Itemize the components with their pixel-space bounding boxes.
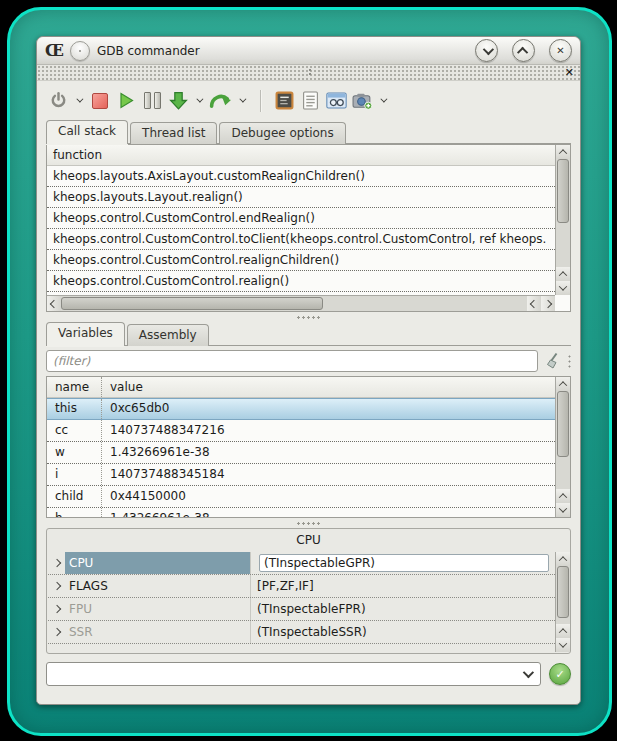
callstack-horizontal-scrollbar[interactable]	[47, 295, 555, 311]
tab-assembly[interactable]: Assembly	[127, 324, 209, 346]
tab-debugee-options[interactable]: Debugee options	[219, 122, 345, 144]
scroll-down-button[interactable]	[556, 638, 570, 652]
variable-row-this[interactable]: this 0xc65db0	[47, 398, 555, 420]
variable-row-h[interactable]: h 1.43266961e-38	[47, 508, 555, 517]
combo-dropdown-button[interactable]	[514, 670, 540, 678]
restore-button[interactable]	[512, 39, 535, 62]
scroll-up-button[interactable]	[556, 145, 570, 159]
variable-row-i[interactable]: i 140737488345184	[47, 464, 555, 486]
variable-row-w[interactable]: w 1.43266961e-38	[47, 442, 555, 464]
cpu-view-button[interactable]	[273, 88, 295, 114]
pause-button[interactable]	[141, 88, 163, 114]
command-list-button[interactable]	[299, 88, 321, 114]
command-list-icon	[302, 91, 319, 110]
panel-splitter[interactable]	[37, 312, 580, 322]
scroll-up-button[interactable]	[556, 267, 570, 281]
callstack-column-header[interactable]: function	[47, 145, 555, 166]
step-into-button[interactable]	[167, 88, 189, 114]
callstack-list: kheops.layouts.AxisLayout.customRealignC…	[47, 166, 555, 295]
callstack-vertical-scrollbar[interactable]	[555, 145, 570, 295]
scrollbar-thumb[interactable]	[61, 297, 323, 310]
cpu-value-editor[interactable]: (TInspectableGPR)	[259, 554, 549, 572]
scroll-down-button[interactable]	[556, 503, 570, 517]
variables-vertical-scrollbar[interactable]	[555, 377, 570, 517]
variable-row-child[interactable]: child 0x44150000	[47, 486, 555, 508]
chevron-down-icon	[380, 96, 387, 103]
tab-call-stack[interactable]: Call stack	[46, 120, 128, 144]
chevron-down-icon	[482, 43, 493, 54]
command-row: ✓	[46, 662, 571, 686]
filter-row	[46, 350, 571, 372]
tab-variables[interactable]: Variables	[46, 322, 125, 346]
toolbar-separator	[260, 90, 261, 112]
power-button[interactable]	[47, 88, 69, 114]
scrollbar-thumb[interactable]	[557, 566, 569, 618]
shade-button[interactable]	[475, 39, 498, 62]
scroll-right-button[interactable]	[541, 296, 555, 311]
cpu-row-cpu[interactable]: CPU (TInspectableGPR)	[48, 552, 555, 575]
step-over-icon	[209, 92, 232, 109]
scroll-left-button[interactable]	[527, 296, 541, 311]
window-menu-button[interactable]	[70, 41, 90, 61]
cpu-groupbox: CPU CPU (TInspectableGPR) FLAGS [PF,ZF,I…	[46, 528, 571, 654]
clear-filter-broom-icon[interactable]	[544, 352, 562, 370]
pause-icon	[144, 92, 161, 109]
tab-thread-list[interactable]: Thread list	[130, 122, 217, 144]
scroll-up-button[interactable]	[556, 552, 570, 566]
scroll-left-button[interactable]	[47, 296, 61, 311]
scrollbar-thumb[interactable]	[557, 159, 569, 223]
snapshot-add-button[interactable]	[351, 88, 373, 114]
expand-chevron-icon[interactable]	[48, 606, 65, 612]
close-button[interactable]: ✕	[549, 39, 572, 62]
debug-toolbar	[37, 81, 580, 120]
cpu-row-fpu[interactable]: FPU (TInspectableFPR)	[48, 598, 555, 621]
callstack-panel: function kheops.layouts.AxisLayout.custo…	[46, 144, 571, 312]
watch-window-button[interactable]	[325, 88, 347, 114]
scroll-up-button[interactable]	[556, 377, 570, 391]
scroll-up-button[interactable]	[556, 489, 570, 503]
dock-drag-handle[interactable]	[309, 68, 311, 77]
cpu-view-icon	[275, 91, 294, 110]
panel-splitter[interactable]	[37, 518, 580, 528]
expand-chevron-icon[interactable]	[48, 560, 65, 566]
scroll-up-button[interactable]	[556, 624, 570, 638]
gdb-command-input[interactable]	[47, 664, 514, 684]
callstack-row[interactable]: kheops.layouts.AxisLayout.customRealignC…	[47, 166, 555, 187]
callstack-row[interactable]: kheops.control.CustomControl.toClient(kh…	[47, 229, 555, 250]
variable-row-cc[interactable]: cc 140737488347216	[47, 420, 555, 442]
callstack-row[interactable]: kheops.control.CustomControl.endRealign(…	[47, 208, 555, 229]
filter-input[interactable]	[46, 350, 538, 372]
chevron-down-icon	[76, 96, 83, 103]
column-header-value[interactable]: value	[102, 377, 555, 397]
expand-chevron-icon[interactable]	[48, 629, 65, 635]
callstack-row[interactable]: kheops.control.CustomControl.realignChil…	[47, 250, 555, 271]
cpu-vertical-scrollbar[interactable]	[555, 552, 570, 652]
step-into-icon	[168, 91, 189, 110]
step-over-button[interactable]	[209, 88, 232, 114]
cpu-row-ssr[interactable]: SSR (TInspectableSSR)	[48, 621, 555, 644]
callstack-row[interactable]: kheops.layouts.Layout.realign()	[47, 187, 555, 208]
expand-chevron-icon[interactable]	[48, 583, 65, 589]
callstack-row[interactable]: kheops.control.CustomControl.realign()	[47, 271, 555, 292]
power-dropdown[interactable]	[71, 88, 85, 114]
cpu-register-tree: CPU (TInspectableGPR) FLAGS [PF,ZF,IF] F…	[48, 552, 555, 652]
run-button[interactable]	[115, 88, 137, 114]
dock-titlebar[interactable]: ✕	[37, 65, 580, 81]
scroll-down-button[interactable]	[556, 281, 570, 295]
stop-button[interactable]	[89, 88, 111, 114]
dock-close-button[interactable]: ✕	[565, 65, 574, 80]
gdb-command-combobox[interactable]	[46, 662, 541, 686]
cpu-row-flags[interactable]: FLAGS [PF,ZF,IF]	[48, 575, 555, 598]
dock-splitter-dots[interactable]	[568, 354, 571, 368]
step-over-dropdown[interactable]	[234, 88, 248, 114]
column-header-name[interactable]: name	[47, 377, 102, 397]
callstack-tabbar: Call stack Thread list Debugee options	[46, 120, 571, 144]
snapshot-dropdown[interactable]	[375, 88, 389, 114]
stop-icon	[92, 93, 108, 109]
scrollbar-thumb[interactable]	[557, 391, 569, 457]
power-icon	[50, 92, 67, 109]
send-command-button[interactable]: ✓	[549, 663, 571, 685]
step-into-dropdown[interactable]	[191, 88, 205, 114]
titlebar[interactable]: Œ GDB commander ✕	[37, 37, 580, 65]
variables-column-headers[interactable]: name value	[47, 377, 555, 398]
